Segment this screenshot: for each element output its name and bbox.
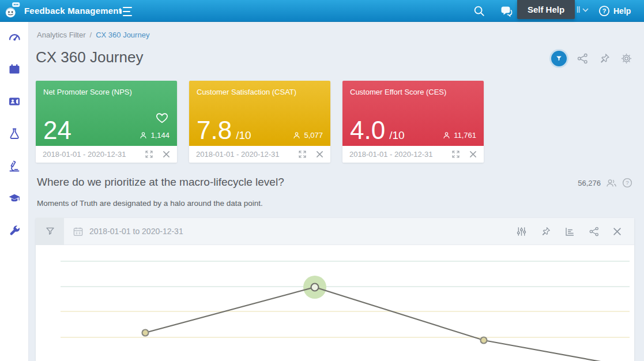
- section-heading: Where do we prioritize at the macro-life…: [37, 176, 284, 189]
- sidebar-item-research[interactable]: [7, 159, 21, 173]
- kpi-value: 4.0 /10: [350, 118, 405, 143]
- calendar-icon: [7, 62, 21, 76]
- kpi-number: 7.8: [197, 118, 232, 143]
- pin-button[interactable]: [598, 52, 611, 65]
- chart-toolbar: 2018-01-01 to 2020-12-31: [36, 218, 634, 245]
- kpi-date-range: 2018-01-01 - 2020-12-31: [43, 150, 126, 159]
- kpi-suffix: /10: [236, 130, 251, 141]
- close-button[interactable]: [469, 151, 477, 158]
- chevron-down-icon: [582, 8, 589, 12]
- kpi-number: 24: [43, 118, 71, 143]
- page-actions: [551, 51, 632, 66]
- share-icon: [577, 52, 589, 65]
- kpi-number: 4.0: [350, 118, 385, 143]
- person-icon: [292, 131, 301, 140]
- heart-icon: [155, 111, 170, 125]
- kpi-respondents: 5,077: [292, 131, 323, 140]
- chart-pin-button[interactable]: [540, 226, 551, 237]
- kpi-title: Net Promoter Score (NPS): [43, 88, 170, 96]
- gauge-icon: [7, 30, 21, 44]
- sidebar: [0, 22, 29, 361]
- chart-settings-button[interactable]: [516, 226, 527, 237]
- sidebar-item-academy[interactable]: [7, 191, 21, 205]
- chart-close-button[interactable]: [613, 227, 622, 236]
- expand-button[interactable]: [297, 149, 307, 159]
- kpi-suffix: /10: [389, 130, 404, 141]
- calendar-icon[interactable]: [73, 226, 84, 237]
- journey-line-chart[interactable]: [36, 245, 634, 361]
- flask-icon: [7, 127, 21, 141]
- close-icon: [469, 151, 477, 158]
- sliders-icon: [516, 226, 527, 237]
- svg-text:?: ?: [602, 7, 607, 14]
- kpi-date-range: 2018-01-01 - 2020-12-31: [196, 150, 280, 159]
- sidebar-item-contacts[interactable]: [7, 95, 21, 108]
- close-icon: [316, 151, 323, 158]
- chart-date-range[interactable]: 2018-01-01 to 2020-12-31: [89, 227, 183, 236]
- people-icon: [605, 178, 617, 188]
- kpi-card-footer: 2018-01-01 - 2020-12-31: [189, 146, 330, 163]
- app-logo[interactable]: [4, 2, 22, 20]
- kpi-card-footer: 2018-01-01 - 2020-12-31: [342, 146, 484, 163]
- chat-icon[interactable]: [499, 5, 513, 18]
- fullscreen-icon: [451, 149, 461, 159]
- kpi-card-csat: Customer Satisfaction (CSAT) 7.8 /10 5,0…: [189, 81, 330, 163]
- contact-card-icon: [7, 95, 21, 108]
- question-circle-icon: ?: [598, 5, 610, 17]
- page-title: CX 360 Journey: [36, 48, 143, 66]
- kpi-card-footer: 2018-01-01 - 2020-12-31: [36, 146, 177, 163]
- help-button[interactable]: ? Help: [598, 5, 631, 17]
- breadcrumb-parent[interactable]: Analytics Filter: [37, 31, 86, 39]
- person-icon: [442, 131, 451, 140]
- close-icon: [613, 227, 622, 236]
- filter-button[interactable]: [551, 51, 567, 66]
- gear-icon: [620, 52, 632, 65]
- bar-chart-icon: [564, 226, 575, 237]
- sidebar-item-tools[interactable]: [7, 224, 21, 238]
- settings-button[interactable]: [620, 52, 632, 65]
- person-icon: [139, 131, 148, 140]
- respondent-count: 56,276: [578, 179, 601, 187]
- chart-toolbar-actions: [516, 226, 634, 237]
- kpi-card-ces-body: Customer Effort Score (CES) 4.0 /10 11,7…: [342, 81, 484, 146]
- wrench-icon: [7, 224, 21, 238]
- kpi-value: 24: [43, 118, 76, 143]
- menu-fold-icon[interactable]: [118, 6, 132, 17]
- svg-text:?: ?: [626, 179, 629, 186]
- kpi-count: 11,761: [454, 131, 476, 140]
- journey-chart-panel: 2018-01-01 to 2020-12-31: [36, 218, 634, 361]
- chart-share-button[interactable]: [589, 226, 600, 237]
- kpi-title: Customer Satisfaction (CSAT): [197, 88, 323, 96]
- question-circle-icon[interactable]: ?: [622, 178, 632, 188]
- close-button[interactable]: [316, 151, 323, 158]
- user-label: ll: [577, 5, 580, 14]
- microscope-icon: [7, 159, 21, 173]
- funnel-icon: [45, 226, 55, 236]
- expand-button[interactable]: [451, 149, 461, 159]
- sidebar-item-lab[interactable]: [7, 127, 21, 141]
- expand-button[interactable]: [144, 149, 154, 159]
- chart-filter-button[interactable]: [36, 218, 64, 245]
- topbar: Feedback Management Self Help ll ? Help: [0, 0, 644, 22]
- user-menu[interactable]: ll: [577, 5, 589, 14]
- self-help-button[interactable]: Self Help: [517, 0, 575, 19]
- section-subheading: Moments of Truth are designated by a hal…: [37, 199, 263, 208]
- pushpin-icon: [540, 226, 551, 237]
- search-icon[interactable]: [473, 5, 485, 17]
- kpi-respondents: 1,144: [139, 131, 170, 140]
- sidebar-item-planner[interactable]: [7, 62, 21, 76]
- chart-area: [36, 245, 634, 361]
- share-icon: [589, 226, 600, 237]
- funnel-icon: [555, 55, 563, 62]
- close-button[interactable]: [163, 151, 170, 158]
- pushpin-icon: [598, 52, 611, 65]
- chart-type-button[interactable]: [564, 226, 575, 237]
- breadcrumb-current[interactable]: CX 360 Journey: [96, 31, 149, 39]
- kpi-card-nps: Net Promoter Score (NPS) 24 1,144 2018-0…: [36, 81, 177, 163]
- share-button[interactable]: [577, 52, 589, 65]
- sidebar-item-dashboard[interactable]: [7, 30, 21, 44]
- kpi-value: 7.8 /10: [197, 118, 251, 143]
- kpi-count: 1,144: [150, 131, 170, 140]
- kpi-card-nps-body: Net Promoter Score (NPS) 24 1,144: [36, 81, 177, 146]
- kpi-card-ces: Customer Effort Score (CES) 4.0 /10 11,7…: [342, 81, 484, 163]
